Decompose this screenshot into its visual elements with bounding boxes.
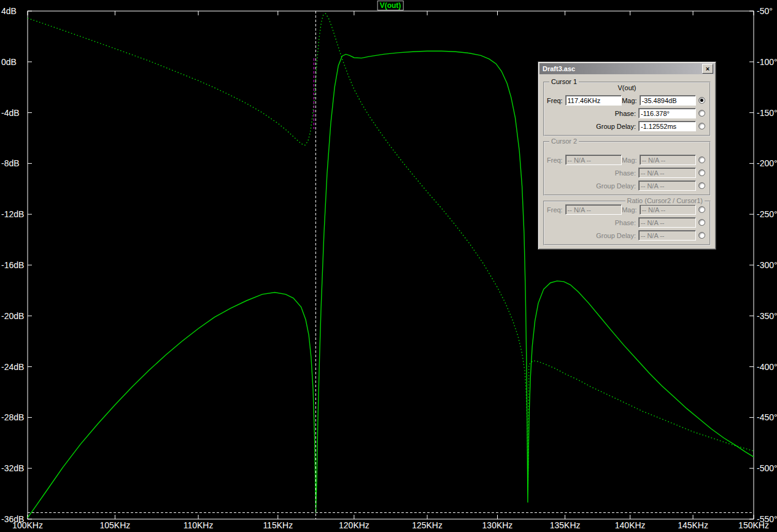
y-left-tick-label: -24dB (1, 363, 24, 371)
y-left-tick-label: 0dB (1, 58, 17, 66)
y-left-tick-label: -16dB (1, 261, 24, 269)
dialog-titlebar[interactable]: Draft3.asc × (539, 63, 714, 74)
ratio-group: Ratio (Cursor2 / Cursor1) Freq: -- N/A -… (543, 201, 711, 245)
cursor1-freq-field[interactable]: 117.46KHz (565, 95, 622, 106)
cursor1-group-delay-field[interactable]: -1.12552ms (638, 121, 696, 131)
cursor1-mag-radio[interactable] (698, 97, 705, 104)
cursor2-phase-label: Phase: (547, 169, 638, 177)
cursor1-mag-field[interactable]: -35.4894dB (640, 95, 697, 106)
cursor2-phase-field: -- N/A -- (638, 168, 696, 178)
cursor1-group-delay-value: -1.12552ms (641, 123, 676, 130)
ratio-freq-value: -- N/A -- (568, 206, 592, 214)
x-tick-label: 110KHz (184, 521, 214, 530)
x-tick-label: 100KHz (12, 521, 43, 530)
cursor1-mag-value: -35.4894dB (642, 97, 677, 104)
cursor2-phase-value: -- N/A -- (641, 169, 665, 177)
ratio-legend: Ratio (Cursor2 / Cursor1) (625, 197, 705, 205)
x-tick-label: 130KHz (482, 521, 513, 530)
cursor1-group: Cursor 1 V(out) Freq: 117.46KHz Mag: -35… (543, 82, 711, 136)
dialog-title: Draft3.asc (543, 65, 702, 72)
y-right-tick-label: -350° (757, 312, 777, 320)
cursor1-group-delay-label: Group Delay: (547, 123, 638, 130)
cursor2-phase-radio[interactable] (698, 169, 705, 176)
cursor1-group-delay-radio[interactable] (698, 123, 705, 129)
cursor1-phase-value: -116.378° (641, 110, 670, 117)
cursor2-mag-value: -- N/A -- (642, 156, 666, 164)
cursor1-freq-value: 117.46KHz (568, 97, 601, 104)
y-right-tick-label: -300° (757, 261, 777, 269)
x-tick-label: 105KHz (99, 521, 130, 530)
y-left-tick-label: -32dB (1, 464, 24, 472)
x-tick-label: 135KHz (550, 521, 581, 530)
cursor1-phase-radio[interactable] (698, 110, 705, 117)
cursor2-group: Cursor 2 Freq: -- N/A -- Mag: -- N/A -- … (543, 141, 711, 196)
ratio-mag-label: Mag: (622, 206, 639, 214)
y-right-tick-label: -200° (757, 159, 777, 168)
trace-label-button[interactable]: V(out) (377, 1, 404, 10)
y-right-tick-label: -500° (757, 464, 777, 472)
cursor-dialog: Draft3.asc × Cursor 1 V(out) Freq: 117.4… (538, 61, 716, 250)
ratio-group-delay-value: -- N/A -- (641, 232, 665, 239)
cursor2-group-delay-field: -- N/A -- (638, 180, 696, 191)
cursor2-mag-field: -- N/A -- (640, 155, 697, 165)
ratio-group-delay-field: -- N/A -- (638, 230, 696, 241)
x-tick-label: 140KHz (615, 521, 646, 530)
ratio-phase-label: Phase: (547, 219, 638, 226)
y-right-tick-label: -250° (757, 210, 777, 218)
cursor2-group-delay-radio[interactable] (698, 182, 705, 189)
ratio-mag-radio[interactable] (698, 206, 705, 213)
y-left-tick-label: 4dB (1, 7, 17, 15)
ratio-phase-value: -- N/A -- (641, 219, 665, 226)
x-tick-label: 145KHz (678, 521, 708, 530)
cursor1-mag-label: Mag: (622, 97, 639, 104)
y-right-tick-label: -50° (757, 7, 773, 15)
ratio-phase-field: -- N/A -- (638, 217, 696, 228)
ratio-group-delay-radio[interactable] (698, 232, 705, 239)
x-tick-label: 125KHz (412, 521, 443, 530)
cursor2-legend: Cursor 2 (549, 137, 579, 145)
y-right-tick-label: -100° (757, 58, 777, 66)
ratio-group-delay-label: Group Delay: (547, 232, 638, 239)
y-right-tick-label: -400° (757, 363, 777, 371)
cursor2-mag-label: Mag: (622, 156, 639, 164)
cursor2-group-delay-value: -- N/A -- (641, 182, 665, 190)
y-left-tick-label: -28dB (1, 413, 24, 422)
close-button[interactable]: × (702, 64, 713, 74)
cursor2-freq-value: -- N/A -- (568, 156, 592, 164)
ratio-freq-field: -- N/A -- (565, 204, 622, 215)
cursor1-phase-label: Phase: (547, 110, 638, 117)
x-tick-label: 150KHz (738, 521, 769, 530)
ratio-mag-value: -- N/A -- (642, 206, 666, 214)
x-tick-label: 120KHz (339, 521, 369, 530)
ratio-phase-radio[interactable] (698, 219, 705, 226)
cursor1-phase-field[interactable]: -116.378° (638, 108, 696, 118)
ratio-mag-field: -- N/A -- (640, 204, 697, 215)
y-right-tick-label: -150° (757, 109, 777, 117)
ratio-freq-label: Freq: (547, 206, 565, 214)
cursor2-group-delay-label: Group Delay: (547, 182, 638, 190)
close-icon: × (706, 66, 709, 72)
y-left-tick-label: -4dB (1, 109, 20, 117)
y-left-tick-label: -12dB (1, 210, 24, 218)
cursor2-freq-label: Freq: (547, 156, 565, 164)
cursor1-freq-label: Freq: (547, 97, 565, 104)
y-right-tick-label: -450° (757, 413, 777, 422)
cursor2-mag-radio[interactable] (698, 156, 705, 163)
y-left-tick-label: -20dB (1, 312, 24, 320)
cursor2-freq-field: -- N/A -- (565, 155, 622, 165)
y-left-tick-label: -8dB (1, 159, 20, 168)
x-tick-label: 115KHz (263, 521, 293, 530)
cursor1-legend: Cursor 1 (549, 78, 579, 86)
